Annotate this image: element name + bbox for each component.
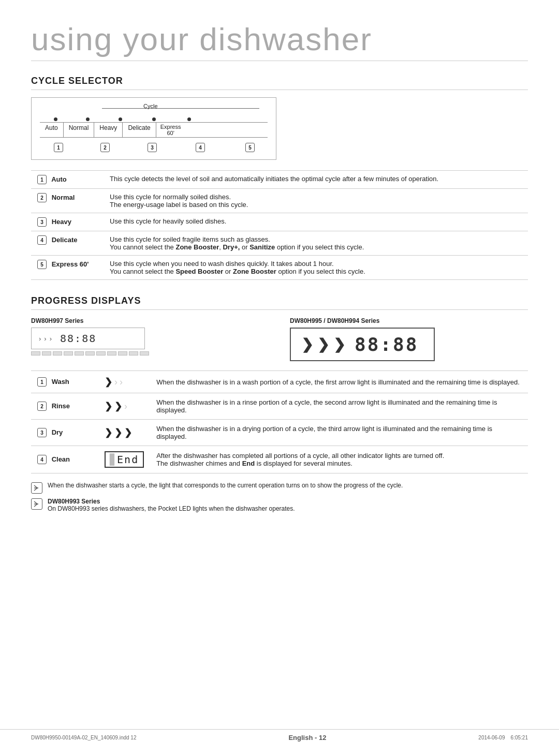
cycle-desc-heavy: Use this cycle for heavily soiled dishes… bbox=[104, 213, 528, 231]
cycle-row-heavy: 3 Heavy Use this cycle for heavily soile… bbox=[31, 213, 528, 231]
wash-arrow-3: › bbox=[120, 377, 123, 388]
cycle-name-heavy: Heavy bbox=[94, 123, 123, 137]
arrow-2-995: ❯ bbox=[317, 336, 329, 353]
prog-num-3: 3 bbox=[37, 428, 47, 437]
cycle-num-2: 2 bbox=[37, 193, 47, 202]
cycle-row-auto: 1 Auto This cycle detects the level of s… bbox=[31, 171, 528, 189]
cycle-badge-1: 1 bbox=[54, 143, 63, 152]
dry-arrow-3: ❯ bbox=[124, 427, 132, 438]
note-icon-1 bbox=[31, 482, 42, 494]
page-footer: DW80H9950-00149A-02_EN_140609.indd 12 En… bbox=[0, 729, 559, 746]
cycle-dot-4 bbox=[152, 117, 156, 121]
note-icon-2 bbox=[31, 498, 42, 510]
wash-arrow-2: › bbox=[114, 377, 117, 388]
page-title: using your dishwasher bbox=[31, 21, 528, 61]
cycle-badge-3: 3 bbox=[148, 143, 157, 152]
prog-label-dry: Dry bbox=[52, 428, 63, 436]
prog-label-rinse: Rinse bbox=[52, 402, 70, 410]
cycle-num-4: 4 bbox=[37, 235, 47, 245]
dry-arrow-2: ❯ bbox=[114, 427, 122, 438]
wash-arrows: ❯ › › bbox=[105, 376, 144, 388]
progress-row-wash: 1 Wash ❯ › › When the dishwasher is in a… bbox=[31, 371, 528, 393]
prog-num-1: 1 bbox=[37, 377, 47, 387]
prog-desc-wash: When the dishwasher is in a wash portion… bbox=[150, 371, 528, 393]
footer-center: English - 12 bbox=[288, 734, 326, 742]
note-box-2: DW80H993 Series On DW80H993 series dishw… bbox=[31, 498, 528, 512]
arrow-3-997: › bbox=[50, 335, 52, 343]
cycle-badge-2: 2 bbox=[100, 143, 110, 152]
note-content-2: DW80H993 Series On DW80H993 series dishw… bbox=[48, 498, 295, 512]
cycle-name-express: Express60' bbox=[156, 123, 185, 137]
cycle-num-1: 1 bbox=[37, 175, 47, 184]
cycle-num-3: 3 bbox=[37, 217, 47, 227]
end-display: ▊End bbox=[105, 451, 144, 468]
time-display-997: 88:88 bbox=[60, 332, 96, 345]
prog-num-4: 4 bbox=[37, 455, 47, 464]
cycle-row-delicate: 4 Delicate Use this cycle for soiled fra… bbox=[31, 231, 528, 256]
cycle-selector-heading: CYCLE SELECTOR bbox=[31, 76, 528, 90]
cycle-num-5: 5 bbox=[37, 260, 47, 269]
arrow-1-995: ❯ bbox=[301, 336, 313, 353]
prog-desc-rinse: When the dishwasher is in a rinse portio… bbox=[150, 393, 528, 420]
prog-desc-dry: When the dishwasher is in a drying porti… bbox=[150, 420, 528, 446]
rinse-arrow-1: ❯ bbox=[105, 401, 112, 412]
cycle-dot-2 bbox=[86, 117, 90, 121]
cycle-name-auto: Auto bbox=[40, 123, 64, 137]
rinse-arrow-2: ❯ bbox=[114, 401, 122, 412]
wash-arrow-1: ❯ bbox=[105, 376, 112, 388]
note-body-2: On DW80H993 series dishwashers, the Pock… bbox=[48, 505, 295, 512]
cycle-desc-express: Use this cycle when you need to wash dis… bbox=[104, 256, 528, 280]
cycle-names-row: Auto Normal Heavy Delicate Express60' bbox=[40, 122, 268, 138]
cycle-name-label-delicate: Delicate bbox=[52, 236, 78, 244]
progress-displays-section: PROGRESS DISPLAYS DW80H997 Series › › › … bbox=[31, 295, 528, 512]
display-box-995: ❯ ❯ ❯ 88:88 bbox=[290, 328, 435, 361]
cycle-label: Cycle bbox=[143, 103, 158, 109]
arrow-3-995: ❯ bbox=[333, 336, 345, 353]
display-block-995: DW80H995 / DW80H994 Series ❯ ❯ ❯ 88:88 bbox=[290, 317, 528, 361]
note-title-2: DW80H993 Series bbox=[48, 498, 100, 505]
prog-label-wash: Wash bbox=[52, 378, 69, 386]
rinse-arrow-3: › bbox=[124, 401, 127, 412]
cycle-desc-delicate: Use this cycle for soiled fragile items … bbox=[104, 231, 528, 256]
arrow-2-997: › bbox=[44, 335, 46, 343]
cycle-name-label-normal: Normal bbox=[52, 194, 75, 201]
cycle-name-delicate: Delicate bbox=[123, 123, 156, 137]
prog-desc-clean: After the dishwasher has completed all p… bbox=[150, 446, 528, 473]
arrow-1-997: › bbox=[39, 335, 41, 343]
arrow-indicators-997: › › › bbox=[39, 335, 52, 343]
note-text-1: When the dishwasher starts a cycle, the … bbox=[48, 482, 403, 489]
cycle-dot-5 bbox=[187, 117, 191, 121]
cycle-diagram: Cycle Auto Normal Heavy Delicate Express… bbox=[31, 97, 276, 160]
cycle-desc-normal: Use this cycle for normally soiled dishe… bbox=[104, 189, 528, 213]
cycle-badge-4: 4 bbox=[196, 143, 205, 152]
cycle-name-label-heavy: Heavy bbox=[52, 218, 71, 226]
footer-right: 2014-06-09 6:05:21 bbox=[478, 735, 528, 740]
cycle-row-express: 5 Express 60' Use this cycle when you ne… bbox=[31, 256, 528, 280]
cycle-name-label-express: Express 60' bbox=[52, 260, 89, 268]
dry-arrow-1: ❯ bbox=[105, 427, 112, 438]
segment-bars-997 bbox=[31, 351, 269, 355]
cycle-selector-section: CYCLE SELECTOR Cycle Auto Normal Heavy D… bbox=[31, 76, 528, 280]
series-label-995: DW80H995 / DW80H994 Series bbox=[290, 317, 528, 324]
note-box-1: When the dishwasher starts a cycle, the … bbox=[31, 482, 528, 494]
prog-num-2: 2 bbox=[37, 402, 47, 411]
dry-arrows: ❯ ❯ ❯ bbox=[105, 427, 144, 438]
time-display-995: 88:88 bbox=[355, 334, 418, 355]
progress-row-rinse: 2 Rinse ❯ ❯ › When the dishwasher is in … bbox=[31, 393, 528, 420]
cycle-badge-5: 5 bbox=[245, 143, 255, 152]
cycle-dot-1 bbox=[54, 117, 57, 121]
display-block-997: DW80H997 Series › › › 88:88 bbox=[31, 317, 269, 355]
progress-displays-heading: PROGRESS DISPLAYS bbox=[31, 295, 528, 310]
cycle-table: 1 Auto This cycle detects the level of s… bbox=[31, 170, 528, 280]
cycle-row-normal: 2 Normal Use this cycle for normally soi… bbox=[31, 189, 528, 213]
arrow-indicators-995: ❯ ❯ ❯ bbox=[301, 336, 345, 353]
progress-row-dry: 3 Dry ❯ ❯ ❯ When the dishwasher is in a … bbox=[31, 420, 528, 446]
progress-row-clean: 4 Clean ▊End After the dishwasher has co… bbox=[31, 446, 528, 473]
footer-left: DW80H9950-00149A-02_EN_140609.indd 12 bbox=[31, 735, 136, 740]
display-box-997: › › › 88:88 bbox=[31, 328, 145, 349]
prog-label-clean: Clean bbox=[52, 455, 70, 463]
cycle-dot-3 bbox=[119, 117, 122, 121]
cycle-name-label-auto: Auto bbox=[51, 175, 67, 183]
displays-row: DW80H997 Series › › › 88:88 DW80H995 / D… bbox=[31, 317, 528, 361]
cycle-numbers-row: 1 2 3 4 5 bbox=[40, 143, 268, 152]
